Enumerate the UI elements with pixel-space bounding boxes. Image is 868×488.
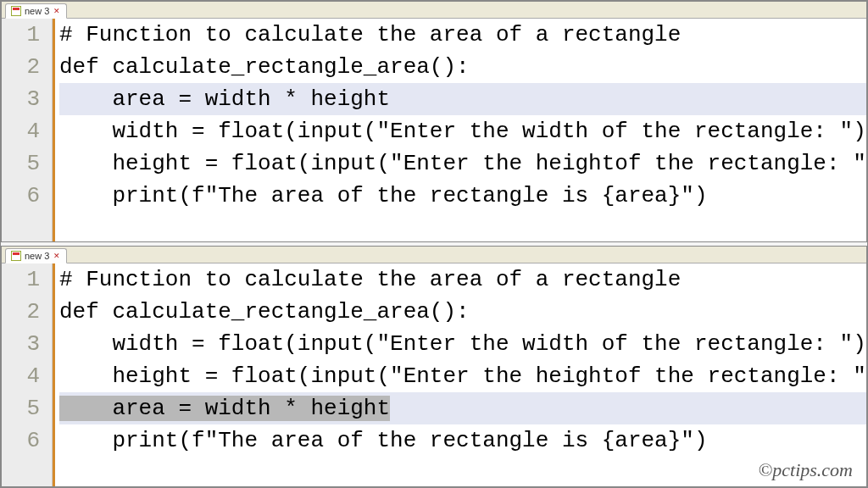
- line-number: 3: [14, 83, 40, 115]
- code-line[interactable]: print(f"The area of the rectangle is {ar…: [59, 424, 866, 457]
- watermark: ©pctips.com: [759, 459, 853, 481]
- line-number: 5: [14, 147, 40, 180]
- line-number-gutter: 123456: [2, 263, 53, 486]
- tab-strip: new 3 ✕: [2, 2, 866, 19]
- line-number: 6: [14, 180, 40, 212]
- file-tab[interactable]: new 3 ✕: [5, 248, 67, 263]
- code-line[interactable]: width = float(input("Enter the width of …: [59, 328, 866, 360]
- line-number: 2: [14, 51, 40, 83]
- selection: area = width * height: [59, 396, 390, 421]
- line-number: 6: [14, 424, 40, 457]
- line-number: 4: [14, 360, 40, 392]
- file-tab[interactable]: new 3 ✕: [5, 3, 67, 19]
- code-area[interactable]: # Function to calculate the area of a re…: [53, 19, 866, 212]
- tab-label: new 3: [25, 251, 49, 261]
- code-line[interactable]: height = float(input("Enter the heightof…: [59, 147, 866, 180]
- code-line[interactable]: area = width * height: [59, 83, 866, 115]
- file-icon: [11, 6, 21, 16]
- line-number: 1: [14, 19, 40, 51]
- code-area[interactable]: # Function to calculate the area of a re…: [53, 263, 866, 457]
- code-line[interactable]: # Function to calculate the area of a re…: [59, 19, 866, 51]
- code-editor[interactable]: 123456 # Function to calculate the area …: [2, 263, 866, 486]
- line-number: 5: [14, 392, 40, 424]
- code-line[interactable]: width = float(input("Enter the width of …: [59, 115, 866, 147]
- line-number-gutter: 123456: [2, 19, 53, 241]
- code-line[interactable]: area = width * height: [59, 392, 866, 424]
- line-number: 2: [14, 296, 40, 328]
- tab-label: new 3: [25, 6, 49, 16]
- line-number: 1: [14, 263, 40, 296]
- editor-pane-bottom: new 3 ✕ 123456 # Function to calculate t…: [1, 246, 867, 487]
- code-line[interactable]: def calculate_rectangle_area():: [59, 296, 866, 328]
- close-icon[interactable]: ✕: [53, 7, 61, 15]
- code-line[interactable]: height = float(input("Enter the heightof…: [59, 360, 866, 392]
- code-line[interactable]: print(f"The area of the rectangle is {ar…: [59, 180, 866, 212]
- tab-strip: new 3 ✕: [2, 247, 866, 263]
- code-editor[interactable]: 123456 # Function to calculate the area …: [2, 19, 866, 241]
- file-icon: [11, 251, 21, 261]
- close-icon[interactable]: ✕: [53, 252, 61, 260]
- line-number: 4: [14, 115, 40, 147]
- code-line[interactable]: # Function to calculate the area of a re…: [59, 263, 866, 296]
- editor-pane-top: new 3 ✕ 123456 # Function to calculate t…: [1, 1, 867, 242]
- line-number: 3: [14, 328, 40, 360]
- code-line[interactable]: def calculate_rectangle_area():: [59, 51, 866, 83]
